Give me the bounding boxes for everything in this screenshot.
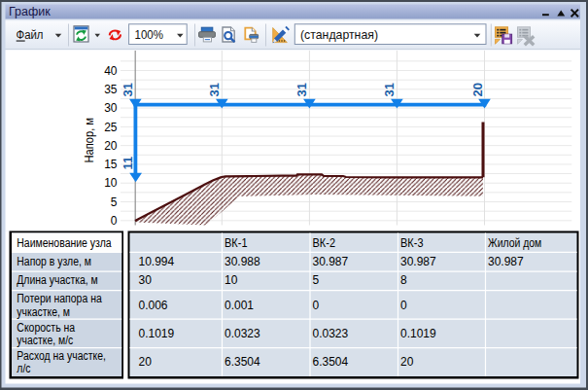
svg-text:0.006: 0.006: [139, 299, 168, 312]
svg-text:10: 10: [225, 273, 238, 287]
svg-text:30: 30: [139, 273, 153, 287]
svg-text:30.988: 30.988: [225, 255, 260, 268]
svg-text:31: 31: [294, 83, 309, 96]
svg-text:0.0323: 0.0323: [313, 327, 349, 340]
svg-text:Жилой дом: Жилой дом: [488, 236, 541, 250]
svg-text:0.1019: 0.1019: [400, 327, 436, 340]
svg-text:ВК-1: ВК-1: [225, 236, 248, 250]
svg-text:25: 25: [104, 121, 118, 134]
svg-text:30.987: 30.987: [488, 255, 524, 268]
svg-text:20: 20: [400, 355, 414, 369]
svg-text:31: 31: [207, 83, 222, 96]
svg-text:0.1019: 0.1019: [139, 327, 175, 340]
svg-text:8: 8: [400, 273, 407, 287]
svg-text:20: 20: [470, 83, 485, 96]
svg-text:10: 10: [104, 176, 118, 190]
svg-text:ВК-3: ВК-3: [400, 236, 424, 250]
svg-text:5: 5: [313, 273, 320, 287]
svg-text:5: 5: [111, 195, 118, 209]
svg-text:(стандартная): (стандартная): [300, 27, 378, 42]
svg-text:40: 40: [104, 64, 118, 78]
svg-text:л/с: л/с: [17, 362, 30, 375]
svg-text:учкастке, м: учкастке, м: [17, 305, 70, 319]
svg-text:Напор в узле, м: Напор в узле, м: [17, 255, 91, 268]
svg-text:6.3504: 6.3504: [313, 355, 349, 369]
svg-text:Скорость на: Скорость на: [17, 321, 75, 335]
svg-text:35: 35: [104, 83, 118, 96]
svg-text:0.001: 0.001: [225, 299, 254, 312]
svg-text:0: 0: [111, 214, 118, 228]
svg-text:Файл: Файл: [17, 28, 44, 42]
svg-text:участке, м/с: участке, м/с: [17, 334, 73, 347]
svg-text:0: 0: [400, 299, 407, 312]
svg-text:6.3504: 6.3504: [225, 355, 260, 369]
svg-text:0: 0: [313, 299, 320, 312]
svg-text:Длина участка, м: Длина участка, м: [17, 273, 98, 287]
svg-text:Напор, м: Напор, м: [83, 118, 96, 163]
svg-text:15: 15: [104, 158, 118, 171]
svg-text:Расход на участке,: Расход на участке,: [17, 349, 106, 363]
svg-text:10.994: 10.994: [139, 255, 175, 268]
svg-text:Потери напора на: Потери напора на: [17, 292, 102, 305]
svg-text:30: 30: [104, 101, 118, 115]
svg-text:График: График: [9, 5, 51, 18]
svg-text:30.987: 30.987: [313, 255, 349, 268]
svg-text:ВК-2: ВК-2: [313, 236, 336, 250]
svg-text:31: 31: [121, 83, 135, 96]
svg-text:20: 20: [104, 139, 118, 153]
svg-text:100%: 100%: [135, 27, 164, 42]
svg-text:31: 31: [382, 83, 397, 96]
svg-text:0.0323: 0.0323: [225, 327, 260, 340]
svg-text:20: 20: [139, 355, 153, 369]
svg-text:Наименование узла: Наименование узла: [17, 236, 112, 250]
svg-text:11: 11: [121, 157, 135, 170]
svg-text:30.987: 30.987: [400, 255, 436, 268]
